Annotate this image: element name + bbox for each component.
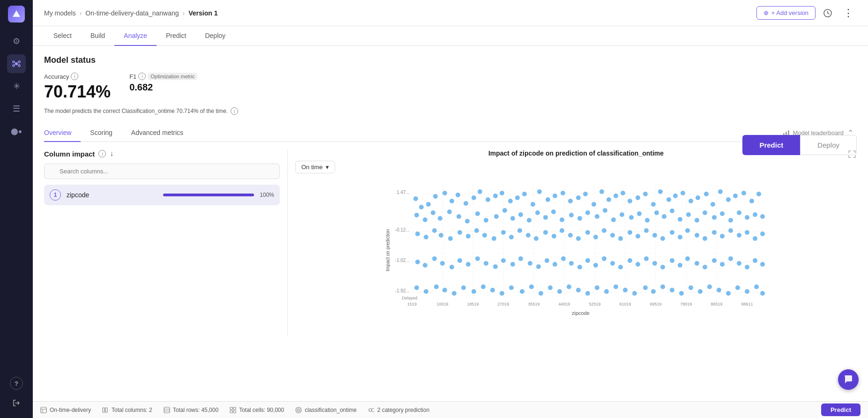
- svg-point-248: [670, 288, 674, 292]
- svg-point-117: [603, 208, 607, 213]
- svg-point-148: [509, 235, 514, 239]
- column-rank: 1: [50, 189, 61, 201]
- expand-icon[interactable]: [847, 149, 857, 161]
- svg-point-79: [643, 192, 648, 196]
- svg-point-210: [678, 263, 682, 268]
- svg-point-182: [440, 261, 445, 266]
- svg-point-195: [553, 262, 557, 267]
- svg-point-157: [585, 230, 590, 235]
- svg-point-130: [712, 215, 717, 220]
- sidebar-item-help[interactable]: ?: [10, 377, 23, 390]
- svg-point-70: [576, 195, 581, 200]
- chart-title: Impact of zipcode on prediction of class…: [295, 149, 857, 157]
- target-label: classification_ontime: [305, 407, 357, 413]
- sidebar-item-ml[interactable]: [7, 54, 26, 73]
- description-info-icon[interactable]: i: [231, 107, 238, 115]
- search-columns-input[interactable]: [44, 164, 280, 179]
- svg-point-115: [585, 210, 590, 215]
- svg-point-214: [712, 258, 717, 263]
- column-item[interactable]: 1 zipcode 100%: [44, 185, 280, 205]
- svg-point-59: [493, 194, 498, 198]
- svg-point-164: [644, 228, 649, 233]
- svg-text:27019: 27019: [497, 302, 509, 306]
- svg-point-170: [695, 233, 699, 238]
- svg-rect-263: [105, 408, 107, 412]
- svg-point-3: [18, 61, 20, 63]
- svg-point-98: [438, 216, 442, 221]
- svg-point-175: [737, 233, 741, 238]
- sidebar-item-dots[interactable]: ⬤●: [7, 122, 26, 141]
- svg-point-154: [560, 228, 564, 233]
- svg-rect-259: [41, 407, 46, 413]
- sidebar-item-logout[interactable]: [7, 394, 26, 412]
- svg-point-250: [688, 285, 693, 290]
- tab-build[interactable]: Build: [81, 26, 114, 46]
- add-version-icon: ⊕: [763, 9, 769, 16]
- svg-point-174: [728, 228, 733, 233]
- svg-point-212: [695, 261, 699, 266]
- svg-point-136: [760, 214, 765, 219]
- svg-point-180: [423, 263, 427, 268]
- chat-fab-button[interactable]: [838, 369, 859, 390]
- breadcrumb-my-models[interactable]: My models: [44, 9, 76, 17]
- svg-point-93: [749, 199, 754, 203]
- subtab-overview[interactable]: Overview: [44, 124, 81, 142]
- sidebar-item-asterisk[interactable]: ✳: [7, 77, 26, 96]
- column-bar: [163, 194, 254, 196]
- total-columns-label: Total columns: 2: [112, 407, 152, 413]
- svg-point-150: [526, 233, 531, 238]
- more-options-button[interactable]: ⋮: [840, 5, 857, 22]
- breadcrumb-dataset[interactable]: On-time-delivery-data_nanwang: [85, 9, 179, 17]
- svg-text:61019: 61019: [619, 302, 631, 306]
- column-impact-info-icon[interactable]: i: [98, 150, 106, 157]
- on-time-dropdown[interactable]: On time ▾: [295, 161, 335, 173]
- svg-text:18519: 18519: [467, 302, 479, 306]
- f1-info-icon[interactable]: i: [138, 73, 146, 80]
- accuracy-block: Accuracy i 70.714%: [44, 73, 111, 102]
- add-version-button[interactable]: ⊕ + Add version: [756, 6, 816, 20]
- svg-text:52519: 52519: [589, 302, 600, 306]
- sidebar-item-list[interactable]: ☰: [7, 99, 26, 118]
- subtab-scoring[interactable]: Scoring: [90, 124, 121, 142]
- svg-point-252: [707, 284, 712, 289]
- svg-point-231: [509, 285, 514, 290]
- column-name: zipcode: [67, 191, 157, 199]
- svg-point-216: [728, 256, 733, 261]
- svg-point-94: [756, 192, 761, 196]
- svg-point-181: [432, 256, 437, 261]
- svg-point-178: [760, 231, 765, 236]
- total-cells-status: Total cells: 90,000: [230, 407, 284, 413]
- svg-point-167: [670, 230, 674, 235]
- svg-point-190: [510, 262, 515, 267]
- subtab-advanced[interactable]: Advanced metrics: [131, 124, 193, 142]
- svg-point-109: [535, 210, 540, 215]
- svg-point-205: [636, 262, 640, 267]
- f1-value: 0.682: [129, 82, 197, 93]
- svg-point-78: [636, 195, 640, 200]
- accuracy-value: 70.714%: [44, 82, 111, 102]
- svg-point-50: [426, 202, 431, 207]
- predict-bottom-button[interactable]: Predict: [821, 403, 861, 416]
- svg-point-129: [703, 210, 707, 215]
- svg-point-172: [712, 230, 717, 235]
- svg-point-220: [760, 262, 765, 267]
- history-button[interactable]: [819, 5, 836, 22]
- svg-point-221: [414, 285, 419, 290]
- svg-point-213: [703, 265, 707, 269]
- svg-point-88: [711, 202, 715, 207]
- svg-point-90: [726, 197, 731, 202]
- accuracy-info-icon[interactable]: i: [71, 73, 78, 80]
- svg-point-258: [760, 291, 765, 296]
- svg-point-225: [452, 291, 456, 296]
- download-icon[interactable]: ↓: [110, 149, 113, 158]
- svg-point-235: [548, 285, 553, 290]
- breadcrumb-sep-2: ›: [183, 9, 185, 17]
- category-icon: [368, 407, 374, 413]
- sidebar-item-settings[interactable]: ⚙: [7, 32, 26, 51]
- tab-predict[interactable]: Predict: [157, 26, 196, 46]
- chart-controls: On time ▾: [295, 161, 857, 173]
- tab-analyze[interactable]: Analyze: [114, 26, 157, 46]
- tab-deploy[interactable]: Deploy: [195, 26, 235, 46]
- svg-point-49: [419, 205, 424, 209]
- tab-select[interactable]: Select: [44, 26, 81, 46]
